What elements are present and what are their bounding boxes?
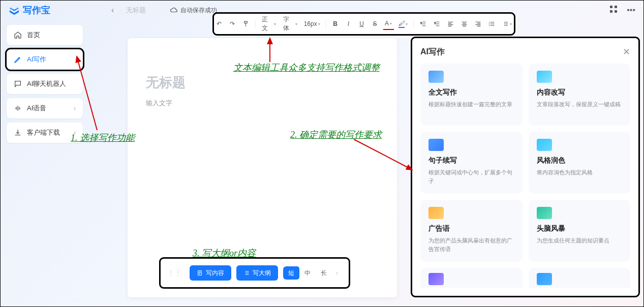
undo-button[interactable]: ↶ — [214, 18, 224, 30]
logo-icon — [9, 5, 20, 16]
card-desc: 将内容润色为指定风格 — [537, 168, 623, 177]
svg-rect-1 — [615, 6, 617, 8]
doc-title-top: 无标题 — [126, 6, 146, 15]
align-center-button[interactable] — [459, 18, 470, 30]
svg-rect-0 — [610, 6, 612, 8]
card-title: 内容改写 — [537, 88, 623, 97]
sidebar-item-home[interactable]: 首页 — [7, 25, 83, 45]
title-input[interactable]: 无标题 — [146, 74, 379, 91]
autosave-status: 自动保存成功 — [170, 6, 217, 15]
ai-card-ad[interactable]: 广告语 为您的产品头脑风暴出有创意的广告宣传语 — [420, 200, 523, 262]
sidebar-item-download[interactable]: 客户端下载 › — [7, 122, 83, 143]
paragraph-select[interactable]: 正文 — [260, 18, 278, 30]
length-long[interactable]: 长 — [316, 266, 332, 280]
card-icon — [428, 273, 444, 285]
ai-card-full-write[interactable]: 全文写作 根据标题快速创建一篇完整的文章 — [420, 64, 523, 126]
indent-increase-button[interactable] — [432, 18, 442, 30]
app-name: 写作宝 — [23, 4, 50, 16]
fontsize-select[interactable]: 16px — [302, 18, 322, 30]
sidebar-item-voice[interactable]: AI语音 › — [7, 98, 83, 118]
sidebar-item-label: AI写作 — [27, 55, 46, 64]
editor-toolbar: ↶ ↷ 正文 字体 16px B I U S A 🖊 — [214, 14, 514, 34]
app-logo[interactable]: 写作宝 — [9, 4, 50, 16]
svg-point-6 — [489, 25, 490, 26]
ai-panel: AI写作 ✕ 全文写作 根据标题快速创建一篇完整的文章 内容改写 文章段落改写，… — [412, 38, 638, 296]
card-icon — [537, 71, 552, 83]
bottom-action-bar: ⋮⋮ 写内容 写大纲 短 中 长 › — [161, 259, 349, 287]
svg-rect-2 — [610, 10, 612, 13]
card-title: 句子续写 — [428, 156, 514, 165]
apps-icon[interactable] — [609, 5, 618, 15]
doc-icon — [197, 270, 203, 276]
ai-card-style[interactable]: 风格润色 将内容润色为指定风格 — [529, 132, 631, 194]
font-select[interactable]: 字体 — [281, 18, 299, 30]
chat-icon — [14, 80, 22, 88]
length-mid[interactable]: 中 — [299, 266, 316, 280]
body-input[interactable]: 输入文字 — [146, 99, 379, 108]
voice-icon — [14, 104, 22, 112]
write-outline-button[interactable]: 写大纲 — [236, 265, 278, 281]
card-icon — [537, 139, 552, 151]
underline-button[interactable]: U — [357, 18, 367, 30]
card-icon — [537, 207, 552, 219]
card-title: 广告语 — [428, 224, 514, 233]
format-paint-button[interactable] — [240, 18, 251, 30]
more-icon[interactable]: ••• — [627, 6, 635, 15]
list-icon — [243, 270, 250, 276]
sidebar-item-label: 首页 — [27, 30, 40, 40]
card-title: 头脑风暴 — [537, 224, 623, 233]
svg-point-4 — [489, 22, 490, 23]
align-right-button[interactable] — [473, 18, 483, 30]
ai-card-more-1[interactable] — [420, 268, 523, 288]
ai-card-more-2[interactable] — [529, 268, 631, 288]
card-icon — [428, 71, 444, 83]
ai-panel-title: AI写作 — [420, 47, 445, 57]
chevron-right-icon: › — [74, 105, 76, 112]
card-title: 风格润色 — [537, 156, 623, 165]
chevron-right-icon[interactable]: › — [332, 266, 342, 280]
list-ol-button[interactable] — [500, 18, 514, 30]
italic-button[interactable]: I — [344, 18, 354, 30]
list-ul-button[interactable] — [486, 18, 497, 30]
ai-card-rewrite[interactable]: 内容改写 文章段落改写，保留原义一键成稿 — [529, 64, 631, 126]
write-content-button[interactable]: 写内容 — [190, 265, 231, 281]
card-desc: 文章段落改写，保留原义一键成稿 — [537, 100, 623, 109]
sidebar-item-label: AI语音 — [27, 104, 46, 113]
length-short[interactable]: 短 — [283, 266, 299, 280]
card-desc: 为您的产品头脑风暴出有创意的广告宣传语 — [428, 236, 514, 253]
card-desc: 根据标题快速创建一篇完整的文章 — [428, 100, 514, 109]
length-segment: 短 中 长 › — [283, 266, 342, 280]
bold-button[interactable]: B — [330, 18, 341, 30]
redo-button[interactable]: ↷ — [227, 18, 237, 30]
sidebar: 首页 AI写作 AI聊天机器人 AI语音 › 客户端下载 › — [7, 25, 83, 143]
ai-card-brainstorm[interactable]: 头脑风暴 为您生成任何主题的知识要点 — [529, 200, 631, 262]
svg-point-5 — [489, 23, 490, 24]
close-icon[interactable]: ✕ — [623, 46, 630, 57]
download-icon — [14, 129, 22, 137]
card-icon — [428, 207, 444, 219]
sidebar-item-chatbot[interactable]: AI聊天机器人 — [7, 74, 83, 94]
chevron-right-icon: › — [74, 129, 76, 136]
sidebar-item-label: 客户端下载 — [27, 128, 60, 137]
cloud-icon — [170, 7, 177, 14]
align-left-button[interactable] — [445, 18, 456, 30]
card-icon — [537, 273, 552, 285]
sidebar-item-label: AI聊天机器人 — [27, 79, 66, 88]
ai-card-continue[interactable]: 句子续写 根据关键词或中心句，扩展多个句子 — [420, 132, 523, 194]
highlight-button[interactable]: 🖊 — [397, 18, 410, 30]
back-button[interactable]: ‹ — [111, 6, 114, 15]
svg-rect-3 — [615, 10, 617, 13]
card-title: 全文写作 — [428, 88, 514, 97]
textcolor-button[interactable]: A — [383, 18, 394, 30]
card-icon — [428, 139, 444, 151]
card-desc: 根据关键词或中心句，扩展多个句子 — [428, 168, 514, 185]
pen-icon — [14, 55, 22, 64]
sidebar-item-ai-write[interactable]: AI写作 — [7, 49, 83, 70]
card-desc: 为您生成任何主题的知识要点 — [537, 236, 623, 245]
home-icon — [14, 31, 22, 39]
indent-decrease-button[interactable] — [418, 18, 428, 30]
drag-handle-icon[interactable]: ⋮⋮ — [167, 269, 181, 277]
strike-button[interactable]: S — [370, 18, 380, 30]
